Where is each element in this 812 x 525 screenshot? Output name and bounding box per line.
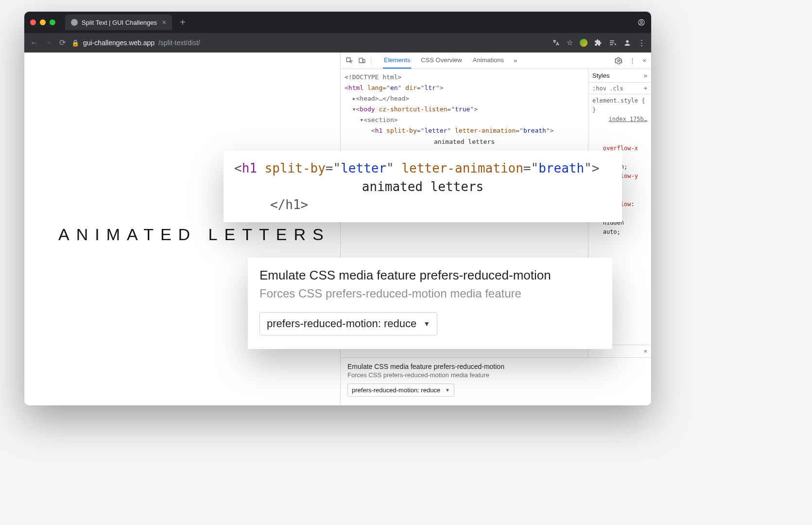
devtools-tab-elements[interactable]: Elements — [383, 52, 411, 69]
dom-h1-attr1: split-by — [386, 127, 417, 134]
svg-point-2 — [626, 40, 628, 43]
dom-html-lang-attr: lang — [367, 84, 382, 91]
dom-html-dir-attr: dir — [405, 84, 416, 91]
chevron-down-icon: ▼ — [445, 387, 450, 393]
devtools-tabs-overflow-icon[interactable]: » — [514, 57, 517, 64]
extension-green-icon[interactable] — [580, 39, 587, 47]
rendering-title: Emulate CSS media feature prefers-reduce… — [347, 363, 644, 370]
devtools-panel: Elements CSS Overview Animations » ⋮ × <… — [340, 52, 651, 405]
browser-addressbar: ← → ⟳ 🔒 gui-challenges.web.app/split-tex… — [24, 33, 651, 52]
dom-body-val: true — [455, 105, 470, 113]
browser-tab[interactable]: Split Text | GUI Challenges × — [65, 15, 172, 30]
styles-hov[interactable]: :hov — [592, 85, 606, 92]
cc-attr1: split-by — [265, 161, 326, 175]
tab-title: Split Text | GUI Challenges — [82, 19, 157, 26]
devtools-close-icon[interactable]: × — [642, 57, 646, 64]
nav-reload-icon[interactable]: ⟳ — [59, 39, 66, 47]
cc-text: animated letters — [234, 178, 611, 196]
dom-head[interactable]: <head>…</head> — [356, 95, 409, 102]
devtools-tab-animations[interactable]: Animations — [472, 52, 505, 69]
rendering-subtitle: Forces CSS prefers-reduced-motion media … — [347, 371, 644, 379]
address-field[interactable]: 🔒 gui-challenges.web.app/split-text/dist… — [71, 39, 200, 47]
styles-source-link[interactable]: index 175b… — [609, 116, 647, 122]
dom-h1-val1: letter — [424, 127, 447, 134]
cc-close: </h1> — [270, 197, 308, 212]
dom-h1-val2: breath — [523, 127, 546, 134]
browser-menu-icon[interactable]: ⋮ — [638, 38, 645, 47]
dom-doctype: <!DOCTYPE html> — [345, 73, 401, 81]
callout-code-snippet: <h1 split-by="letter" letter-animation="… — [224, 151, 622, 222]
css-auto2: auto; — [603, 228, 621, 235]
account-icon[interactable] — [638, 18, 645, 26]
dom-h1-textcontent: animated letters — [434, 138, 495, 145]
window-zoom-icon[interactable] — [50, 19, 55, 25]
cr-subtitle: Forces CSS prefers-reduced-motion media … — [259, 287, 601, 300]
cc-val2: breath — [538, 161, 584, 175]
styles-element-style: element.style { — [592, 97, 645, 104]
tab-close-icon[interactable]: × — [162, 19, 166, 26]
nav-back-icon[interactable]: ← — [30, 39, 38, 47]
page-hero-heading: ANIMATED LETTERS — [58, 225, 330, 244]
styles-close-brace: } — [592, 106, 596, 113]
device-toggle-icon[interactable] — [358, 57, 366, 65]
media-playlist-icon[interactable] — [609, 39, 617, 47]
cc-attr2: letter-animation — [401, 161, 523, 175]
svg-point-6 — [618, 60, 620, 62]
dom-body-tag[interactable]: body — [360, 105, 375, 113]
dom-body-attr: cz-shortcut-listen — [379, 105, 447, 113]
svg-point-1 — [640, 21, 642, 23]
dom-h1-tag[interactable]: h1 — [375, 127, 383, 134]
dom-section[interactable]: <section> — [363, 116, 397, 123]
styles-pane-close-icon[interactable]: × — [643, 348, 647, 355]
cc-tag: h1 — [242, 161, 257, 175]
cr-select-value: prefers-reduced-motion: reduce — [267, 317, 416, 330]
window-close-icon[interactable] — [30, 19, 36, 25]
url-path: /split-text/dist/ — [158, 39, 200, 47]
devtools-settings-icon[interactable] — [615, 57, 622, 65]
devtools-tab-css-overview[interactable]: CSS Overview — [420, 52, 463, 69]
favicon-icon — [71, 19, 78, 26]
nav-forward-icon[interactable]: → — [45, 39, 52, 47]
svg-rect-5 — [363, 59, 365, 63]
inspect-element-icon[interactable] — [346, 57, 353, 65]
browser-tabbar: Split Text | GUI Challenges × + — [24, 12, 651, 33]
new-tab-button[interactable]: + — [177, 17, 189, 28]
rendering-select[interactable]: prefers-reduced-motion: reduce ▼ — [347, 384, 454, 397]
dom-h1-attr2: letter-animation — [455, 127, 516, 134]
cr-title: Emulate CSS media feature prefers-reduce… — [259, 267, 601, 284]
svg-rect-4 — [359, 58, 363, 62]
devtools-rendering-drawer: Emulate CSS media feature prefers-reduce… — [341, 357, 651, 405]
chevron-down-icon: ▼ — [423, 320, 430, 328]
dom-html-dir-val: ltr — [424, 84, 435, 91]
extensions-puzzle-icon[interactable] — [594, 39, 602, 47]
devtools-menu-icon[interactable]: ⋮ — [629, 57, 636, 64]
devtools-tabbar: Elements CSS Overview Animations » ⋮ × — [341, 52, 651, 69]
dom-html-lang-val: en — [390, 84, 398, 91]
dom-html-tag: html — [348, 84, 363, 91]
cc-val1: letter — [341, 161, 386, 175]
bookmark-star-icon[interactable]: ☆ — [567, 38, 573, 47]
lock-icon: 🔒 — [71, 39, 79, 47]
translate-icon[interactable] — [552, 39, 560, 47]
window-controls — [30, 19, 55, 25]
callout-rendering-panel: Emulate CSS media feature prefers-reduce… — [248, 258, 612, 349]
url-host: gui-challenges.web.app — [83, 39, 155, 47]
styles-cls[interactable]: .cls — [609, 85, 623, 92]
window-minimize-icon[interactable] — [40, 19, 46, 25]
cr-select[interactable]: prefers-reduced-motion: reduce ▼ — [259, 312, 437, 335]
profile-avatar-icon[interactable] — [623, 39, 631, 47]
styles-add-icon[interactable]: + — [644, 85, 647, 92]
rendering-select-value: prefers-reduced-motion: reduce — [352, 386, 440, 394]
styles-overflow-icon[interactable]: » — [644, 72, 647, 79]
styles-tab[interactable]: Styles — [592, 72, 609, 79]
page-viewport: ANIMATED LETTERS — [24, 52, 340, 405]
